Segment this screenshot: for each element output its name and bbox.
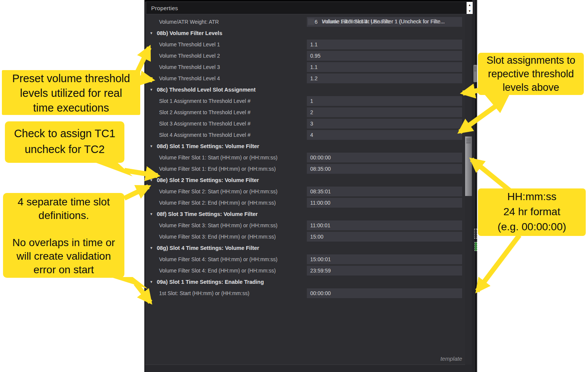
callout-text	[3, 222, 124, 236]
window-bottom-strip	[145, 364, 476, 372]
edge-scrollbar-fragment	[473, 65, 477, 82]
scrollbar-grip-icon	[466, 139, 471, 144]
property-value-field[interactable]: 23:59:59	[307, 266, 462, 276]
property-value-field[interactable]: 4	[307, 130, 462, 140]
section-header-row: ▼08c) Threshold Level Slot Assignment	[145, 84, 467, 95]
section-label: 08f) Slot 3 Time Settings: Volume Filter	[157, 211, 258, 217]
property-value-field[interactable]: 1	[307, 96, 462, 106]
property-value-field[interactable]: 15:00	[307, 232, 462, 242]
section-header-row: ▼09a) Slot 1 Time Settings: Enable Tradi…	[145, 276, 467, 288]
section-label: 08b) Volume Filter Levels	[157, 30, 222, 36]
collapse-triangle-icon[interactable]: ▼	[150, 280, 153, 284]
callout-text: will create validation	[3, 250, 124, 263]
callout-text: repective threshold	[478, 67, 584, 81]
property-label: Volume Filter Slot 3: End (HH:mm) or (HH…	[159, 234, 276, 240]
property-row: Volume Filter Slot 2: Start (HH:mm) or (…	[145, 186, 467, 197]
section-header-row: ▼08d) Slot 1 Time Settings: Volume Filte…	[145, 141, 467, 152]
property-value-field[interactable]: 08:35:01	[307, 187, 462, 196]
property-value-field[interactable]: 11:00:00	[307, 198, 462, 208]
property-value-field[interactable]: 1.2	[307, 73, 462, 83]
edge-fragment-green	[475, 242, 477, 251]
triangle-down-icon: ▼	[468, 9, 471, 13]
callout-tail	[484, 94, 510, 113]
property-value-field[interactable]: 0.95	[307, 51, 462, 61]
property-label: Volume Filter Slot 3: Start (HH:mm) or (…	[159, 222, 277, 228]
section-header-row: ▼08g) Slot 4 Time Settings: Volume Filte…	[145, 242, 467, 254]
property-value-field[interactable]: 00:00:00	[307, 288, 462, 298]
callout-text: levels utilized for real	[2, 86, 140, 101]
callout-text: uncheck for TC2	[5, 141, 124, 157]
callout-text: definitions.	[3, 209, 124, 222]
property-row: Volume Filter Slot 4: End (HH:mm) or (HH…	[145, 265, 467, 276]
callout-time-slots: 4 separate time slot definitions. No ove…	[3, 193, 124, 278]
collapse-triangle-icon[interactable]: ▼	[150, 178, 153, 182]
callout-text: error on start	[3, 263, 124, 277]
callout-text: HH:mm:ss	[478, 189, 586, 204]
property-label: Volume Filter Slot 1: End (HH:mm) or (HH…	[159, 166, 276, 172]
property-label: Volume Threshold Level 1	[159, 41, 220, 47]
titlebar[interactable]: Properties	[146, 2, 467, 14]
property-row: Volume Filter Slot 1: Start (HH:mm) or (…	[145, 152, 467, 163]
title-scroll-buttons: ▲ ▼	[467, 2, 473, 14]
property-value-field[interactable]: 08:35:00	[307, 164, 462, 174]
property-label: Slot 3 Assignment to Threshold Level #	[159, 121, 251, 127]
callout-preset-thresholds: Preset volume threshold levels utilized …	[2, 70, 140, 115]
property-value-field[interactable]: 11:00:01	[307, 220, 462, 230]
section-header-row: ▼08f) Slot 3 Time Settings: Volume Filte…	[145, 208, 467, 220]
property-value-field[interactable]: 1.1	[307, 62, 462, 72]
section-label: 08g) Slot 4 Time Settings: Volume Filter	[157, 245, 259, 251]
callout-text: levels above	[478, 81, 584, 94]
callout-check-tc1: Check to assign TC1 uncheck for TC2	[5, 121, 124, 163]
property-label: Slot 4 Assignment to Threshold Level #	[159, 132, 251, 138]
window-right-edge	[472, 0, 477, 372]
callout-text: Check to assign TC1	[5, 126, 124, 141]
property-label: Volume Filter Slot 4: Start (HH:mm) or (…	[159, 256, 277, 262]
property-row: Volume Threshold Level 11.1	[145, 39, 467, 50]
callout-time-format: HH:mm:ss 24 hr format (e.g. 00:00:00)	[478, 188, 586, 236]
property-value-field[interactable]: 3	[307, 119, 462, 129]
properties-window: Properties ▲ ▼ Volume/ATR Weight: ATR0.6…	[144, 0, 476, 372]
section-header-row: ▼08b) Volume Filter Levels	[145, 28, 467, 39]
property-label: Volume Threshold Level 2	[159, 53, 220, 59]
property-label: Volume Threshold Level 3	[159, 64, 220, 70]
scroll-down-button[interactable]: ▼	[467, 8, 473, 14]
callout-text: 4 separate time slot	[3, 195, 124, 209]
callout-text: (e.g. 00:00:00)	[478, 219, 586, 234]
property-row: Volume Threshold Level 41.2	[145, 73, 467, 84]
property-label: Volume Filter Slot 1: Start (HH:mm) or (…	[159, 155, 277, 161]
collapse-triangle-icon[interactable]: ▼	[150, 31, 153, 35]
section-label: 08c) Threshold Level Slot Assignment	[157, 87, 256, 93]
collapse-triangle-icon[interactable]: ▼	[150, 246, 153, 250]
callout-text: Preset volume threshold	[2, 71, 140, 86]
section-label: 08e) Slot 2 Time Settings: Volume Filter	[157, 177, 259, 183]
property-label: Volume Filter Slot 2: End (HH:mm) or (HH…	[159, 200, 276, 206]
collapse-triangle-icon[interactable]: ▼	[150, 212, 153, 216]
property-label: Slot 1 Assignment to Threshold Level #	[159, 98, 251, 104]
callout-tail	[94, 162, 133, 176]
property-label: 1st Slot: Start (HH:mm) or (HH:mm:ss)	[159, 290, 250, 296]
section-label: 09a) Slot 1 Time Settings: Enable Tradin…	[157, 279, 264, 285]
scroll-up-button[interactable]: ▲	[467, 2, 473, 8]
scrollbar-grip-icon	[474, 67, 476, 71]
panel-scrollbar-track[interactable]	[465, 14, 472, 365]
property-value-field[interactable]: 1.1	[307, 40, 462, 49]
property-label: Slot 2 Assignment to Threshold Level #	[159, 109, 251, 115]
property-value-field[interactable]: 00:00:00	[307, 153, 462, 162]
section-header-row: ▼08e) Slot 2 Time Settings: Volume Filte…	[145, 175, 467, 186]
collapse-triangle-icon[interactable]: ▼	[150, 88, 153, 92]
property-value-field[interactable]: 2	[307, 107, 462, 117]
collapse-triangle-icon[interactable]: ▼	[150, 144, 153, 148]
callout-slot-assignments: Slot assignments to repective threshold …	[478, 53, 584, 95]
callout-text: Slot assignments to	[478, 54, 584, 67]
property-row: Volume Filter Slot 4: Start (HH:mm) or (…	[145, 254, 467, 265]
callout-text: 24 hr format	[478, 204, 586, 219]
annotation-arrow	[472, 159, 510, 190]
property-row: Volume Filter Slot 2: End (HH:mm) or (HH…	[145, 197, 467, 208]
property-row: Slot 4 Assignment to Threshold Level #4	[145, 129, 467, 141]
property-label: Include 1st TimeSlot | Enable	[322, 18, 390, 25]
callout-text: time executions	[2, 101, 140, 115]
panel-scrollbar-thumb[interactable]	[465, 136, 472, 196]
property-value-field[interactable]: 15:00:01	[307, 254, 462, 264]
property-row: Volume Threshold Level 31.1	[145, 61, 467, 73]
callout-text: No overlaps in time or	[3, 236, 124, 250]
